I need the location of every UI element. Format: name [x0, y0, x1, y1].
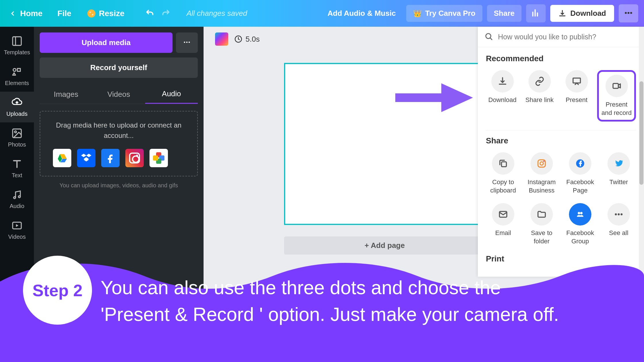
- publish-present-and-record[interactable]: Present and record: [597, 70, 636, 122]
- svg-point-22: [543, 161, 545, 162]
- resize-button[interactable]: Resize: [83, 7, 129, 20]
- share-copy-clipboard[interactable]: Copy to clipboard: [486, 152, 520, 195]
- share-facebook-page[interactable]: Facebook Page: [563, 152, 597, 195]
- bar-chart-icon: [531, 8, 540, 18]
- svg-point-13: [186, 42, 188, 43]
- resize-icon: [87, 9, 95, 18]
- upload-media-button[interactable]: Upload media: [40, 32, 172, 53]
- dropbox-icon[interactable]: [77, 149, 95, 167]
- tab-videos[interactable]: Videos: [92, 85, 145, 104]
- nav-label: Videos: [8, 234, 26, 240]
- svg-point-28: [618, 213, 620, 215]
- svg-point-10: [18, 196, 20, 198]
- instagram-icon[interactable]: [125, 149, 144, 167]
- share-instagram-business[interactable]: Instagram Business: [524, 152, 559, 195]
- svg-rect-19: [501, 162, 506, 167]
- svg-rect-18: [613, 84, 618, 88]
- scrollbar-thumb[interactable]: [639, 81, 643, 185]
- toolbar-right: Add Audio & Music 👑 Try Canva Pro Share …: [322, 4, 638, 22]
- svg-point-27: [615, 213, 617, 215]
- upload-hint: You can upload images, videos, audio and…: [40, 182, 198, 189]
- audio-icon: [11, 189, 23, 201]
- insights-button[interactable]: [526, 4, 546, 22]
- tutorial-line2: 'Present & Record ' option. Just make yo…: [101, 301, 559, 328]
- publish-label: Copy to clipboard: [486, 178, 520, 195]
- more-button[interactable]: [619, 4, 638, 22]
- redo-button[interactable]: [161, 8, 171, 19]
- home-button[interactable]: Home: [6, 7, 46, 20]
- download-button[interactable]: Download: [550, 5, 614, 22]
- svg-point-2: [630, 12, 632, 14]
- duration-value: 5.0s: [246, 35, 260, 44]
- record-yourself-button[interactable]: Record yourself: [40, 57, 198, 78]
- nav-label: Photos: [8, 141, 26, 148]
- copy-icon: [498, 159, 508, 168]
- clock-icon: [234, 35, 243, 43]
- try-canva-pro-button[interactable]: 👑 Try Canva Pro: [406, 5, 482, 22]
- publish-present[interactable]: Present: [560, 70, 593, 122]
- templates-icon: [11, 35, 23, 47]
- nav-elements[interactable]: Elements: [0, 61, 34, 92]
- divider: [486, 130, 636, 130]
- svg-point-29: [620, 213, 622, 215]
- undo-button[interactable]: [145, 8, 155, 19]
- upload-more-button[interactable]: [176, 32, 198, 53]
- share-twitter[interactable]: Twitter: [601, 152, 636, 195]
- page-duration[interactable]: 5.0s: [234, 35, 260, 44]
- nav-label: Templates: [4, 49, 30, 56]
- publish-download[interactable]: Download: [486, 70, 519, 122]
- google-photos-icon[interactable]: [150, 149, 168, 167]
- svg-rect-17: [573, 78, 580, 83]
- instagram-icon: [537, 159, 547, 168]
- group-icon: [575, 209, 585, 219]
- video-camera-icon: [612, 81, 622, 91]
- nav-audio[interactable]: Audio: [0, 184, 34, 215]
- svg-point-21: [540, 162, 543, 165]
- svg-rect-6: [18, 68, 20, 71]
- tutorial-overlay: Step 2 You can also use the three dots a…: [0, 247, 644, 362]
- color-picker-button[interactable]: [215, 32, 228, 46]
- try-pro-label: Try Canva Pro: [425, 9, 476, 18]
- svg-point-14: [189, 42, 190, 43]
- svg-point-26: [580, 212, 583, 215]
- file-button[interactable]: File: [53, 7, 76, 20]
- publish-label: Present: [566, 96, 588, 104]
- top-toolbar: Home File Resize All changes saved Add A…: [0, 0, 644, 27]
- more-horizontal-icon: [183, 38, 191, 46]
- nav-videos[interactable]: Videos: [0, 215, 34, 245]
- svg-point-0: [625, 12, 627, 14]
- nav-text[interactable]: Text: [0, 153, 34, 184]
- google-drive-icon[interactable]: [53, 149, 71, 167]
- tab-audio[interactable]: Audio: [145, 85, 198, 104]
- chevron-left-icon: [9, 10, 16, 17]
- home-label: Home: [20, 9, 43, 18]
- upload-dropzone[interactable]: Drag media here to upload or connect an …: [40, 111, 198, 176]
- download-label: Download: [570, 9, 606, 18]
- nav-photos[interactable]: Photos: [0, 122, 34, 153]
- facebook-icon[interactable]: [101, 149, 120, 167]
- publish-share-link[interactable]: Share link: [523, 70, 556, 122]
- share-button[interactable]: Share: [487, 5, 522, 22]
- share-email[interactable]: Email: [486, 203, 520, 245]
- toolbar-left: Home File Resize All changes saved: [6, 7, 247, 20]
- share-facebook-group[interactable]: Facebook Group: [563, 203, 597, 245]
- publish-label: Twitter: [610, 178, 628, 186]
- publish-search: [478, 27, 644, 47]
- publish-search-input[interactable]: [498, 33, 637, 41]
- publish-panel: Recommended Download Share link Present …: [478, 27, 644, 277]
- nav-uploads[interactable]: Uploads: [0, 92, 34, 122]
- dropzone-text: Drag media here to upload or connect an …: [47, 120, 190, 141]
- undo-icon: [145, 8, 155, 18]
- svg-rect-3: [13, 37, 21, 45]
- share-see-all[interactable]: See all: [601, 203, 636, 245]
- twitter-icon: [614, 159, 624, 168]
- videos-icon: [11, 220, 23, 231]
- facebook-icon: [575, 159, 585, 168]
- publish-label: Instagram Business: [524, 178, 559, 195]
- recommended-title: Recommended: [486, 54, 636, 63]
- share-save-folder[interactable]: Save to folder: [524, 203, 559, 245]
- publish-label: Present and record: [600, 101, 633, 117]
- nav-templates[interactable]: Templates: [0, 30, 34, 61]
- tab-images[interactable]: Images: [40, 85, 92, 104]
- add-audio-music-button[interactable]: Add Audio & Music: [322, 6, 401, 21]
